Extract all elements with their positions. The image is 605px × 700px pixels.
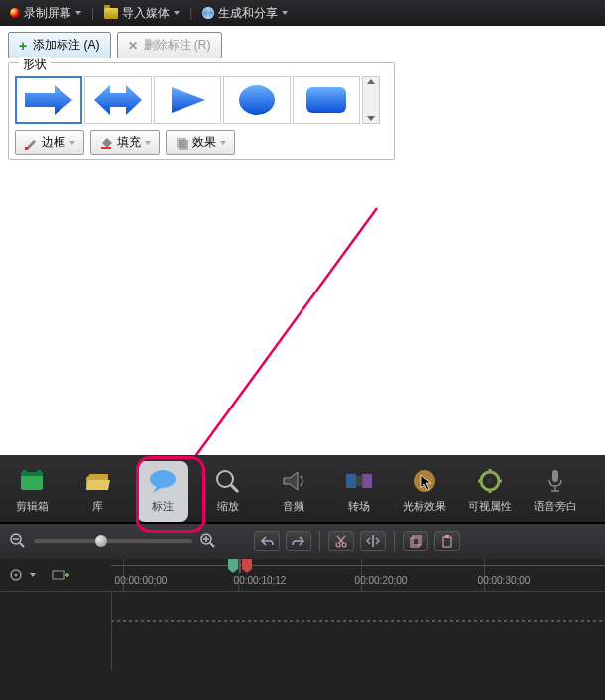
border-button[interactable]: 边框 xyxy=(15,130,84,155)
time-mark: 00:00:00;00 xyxy=(115,575,168,586)
timeline-left-controls xyxy=(0,567,111,583)
circle-icon xyxy=(229,83,285,117)
shape-circle[interactable] xyxy=(223,76,291,124)
zoom-out-icon[interactable] xyxy=(10,533,26,549)
shape-scrollbar[interactable] xyxy=(362,76,380,124)
paste-button[interactable] xyxy=(434,531,460,551)
tab-label: 语音旁白 xyxy=(534,499,577,514)
split-button[interactable] xyxy=(360,531,386,551)
svg-rect-43 xyxy=(413,536,421,545)
tab-cursor-effects[interactable]: 光标效果 xyxy=(399,461,450,522)
time-mark: 00:00:10;12 xyxy=(234,575,287,586)
svg-rect-19 xyxy=(354,476,364,486)
timeline-tracks[interactable] xyxy=(0,591,605,670)
copy-button[interactable] xyxy=(403,531,428,551)
cursor-icon xyxy=(408,467,441,495)
chevron-down-icon xyxy=(145,141,151,145)
record-screen-menu[interactable]: 录制屏幕 xyxy=(6,5,85,22)
import-media-menu[interactable]: 导入媒体 xyxy=(100,5,183,22)
chevron-down-icon xyxy=(69,141,75,145)
svg-point-22 xyxy=(487,478,493,484)
svg-rect-4 xyxy=(306,87,346,113)
tab-callouts[interactable]: 标注 xyxy=(137,461,188,522)
record-icon xyxy=(10,8,20,18)
tab-label: 标注 xyxy=(152,499,174,514)
tab-transitions[interactable]: 转场 xyxy=(333,461,385,522)
zoom-in-icon[interactable] xyxy=(200,533,216,549)
playhead[interactable] xyxy=(228,559,252,573)
shape-arrow-right[interactable] xyxy=(15,76,82,124)
import-label: 导入媒体 xyxy=(122,5,170,22)
svg-marker-2 xyxy=(172,87,205,113)
svg-point-38 xyxy=(342,543,346,547)
svg-rect-45 xyxy=(445,535,449,538)
gear-icon[interactable] xyxy=(8,567,24,583)
tab-visual-properties[interactable]: 可视属性 xyxy=(464,461,516,522)
chevron-down-icon xyxy=(75,11,81,15)
library-icon xyxy=(80,467,114,495)
chevron-down-icon[interactable] xyxy=(30,573,36,577)
cut-button[interactable] xyxy=(328,531,354,551)
svg-point-3 xyxy=(239,85,275,115)
svg-rect-48 xyxy=(53,571,64,579)
shape-arrow-double[interactable] xyxy=(84,76,152,124)
tab-label: 光标效果 xyxy=(403,499,446,514)
effect-button[interactable]: 效果 xyxy=(166,130,235,155)
shape-rounded-rect[interactable] xyxy=(293,76,360,124)
pencil-icon xyxy=(24,136,38,150)
triangle-right-icon xyxy=(160,83,215,117)
add-track-button[interactable] xyxy=(52,568,69,582)
tab-label: 缩放 xyxy=(217,499,239,514)
slider-knob[interactable] xyxy=(95,535,107,547)
annotation-arrow-icon xyxy=(179,198,397,496)
clipbin-icon xyxy=(15,467,49,495)
redo-button[interactable] xyxy=(286,531,311,551)
svg-line-16 xyxy=(231,485,238,492)
svg-marker-1 xyxy=(94,85,142,115)
callout-panel: + 添加标注 (A) ✕ 删除标注 (R) 形状 xyxy=(0,26,605,170)
tab-narration[interactable]: 语音旁白 xyxy=(530,461,581,522)
remove-callout-label: 删除标注 (R) xyxy=(144,37,211,54)
main-menubar: 录制屏幕 | 导入媒体 | 生成和分享 xyxy=(0,0,605,26)
tab-audio[interactable]: 音频 xyxy=(268,461,319,522)
timeline-ruler[interactable]: 00:00:00;00 00:00:10;12 00:00:20;00 00:0… xyxy=(111,559,605,591)
gear-icon xyxy=(473,467,507,495)
add-callout-button[interactable]: + 添加标注 (A) xyxy=(8,32,111,58)
scroll-up-icon xyxy=(367,79,375,84)
tab-label: 剪辑箱 xyxy=(16,499,49,514)
border-label: 边框 xyxy=(42,134,65,151)
transition-icon xyxy=(342,467,376,495)
tab-clipbin[interactable]: 剪辑箱 xyxy=(6,461,58,522)
tab-label: 库 xyxy=(92,499,103,514)
shape-fieldset: 形状 边框 xyxy=(8,62,395,160)
editor-tab-row: 剪辑箱 库 标注 缩放 音频 转场 光标效果 可视属性 xyxy=(0,455,605,522)
scroll-down-icon xyxy=(367,116,375,121)
menu-separator: | xyxy=(187,6,194,20)
timeline: 00:00:00;00 00:00:10;12 00:00:20;00 00:0… xyxy=(0,559,605,700)
svg-line-34 xyxy=(210,543,214,547)
chevron-down-icon xyxy=(220,141,226,145)
fill-button[interactable]: 填充 xyxy=(90,130,160,155)
plus-icon: + xyxy=(19,38,27,54)
svg-rect-8 xyxy=(179,140,188,150)
tab-label: 转场 xyxy=(348,499,370,514)
svg-marker-52 xyxy=(242,559,252,573)
menu-separator: | xyxy=(89,6,96,20)
effect-label: 效果 xyxy=(192,134,216,151)
rounded-rect-icon xyxy=(299,83,354,117)
tab-library[interactable]: 库 xyxy=(71,461,123,522)
produce-share-menu[interactable]: 生成和分享 xyxy=(198,5,292,22)
shape-triangle-right[interactable] xyxy=(154,76,221,124)
time-mark: 00:00:20;00 xyxy=(355,575,408,586)
remove-callout-button[interactable]: ✕ 删除标注 (R) xyxy=(117,32,222,58)
svg-line-9 xyxy=(188,208,377,466)
fill-label: 填充 xyxy=(117,134,141,151)
timeline-toolbar xyxy=(0,524,605,559)
svg-rect-27 xyxy=(552,470,558,482)
tab-zoom[interactable]: 缩放 xyxy=(202,461,254,522)
undo-button[interactable] xyxy=(254,531,280,551)
shape-legend: 形状 xyxy=(19,57,51,73)
svg-line-31 xyxy=(20,543,24,547)
zoom-slider[interactable] xyxy=(34,539,192,543)
chevron-down-icon xyxy=(282,11,288,15)
